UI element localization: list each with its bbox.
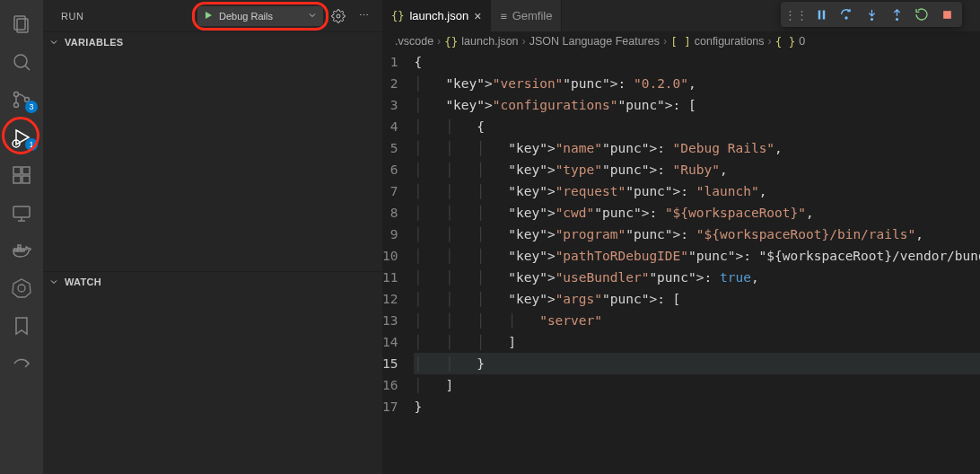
editor-group: {} launch.json × ≡ Gemfile ⋮⋮ .vscode › … [382, 0, 980, 474]
svg-point-21 [18, 285, 25, 292]
svg-point-23 [337, 14, 340, 18]
array-icon: [ ] [670, 35, 691, 48]
search-icon[interactable] [0, 43, 43, 81]
svg-point-30 [896, 18, 897, 20]
svg-rect-13 [13, 206, 30, 217]
scm-badge: 3 [25, 101, 38, 113]
svg-rect-12 [22, 176, 30, 183]
step-into-icon[interactable] [860, 3, 883, 26]
breadcrumb-item[interactable]: .vscode [395, 35, 433, 48]
start-debug-icon[interactable] [203, 10, 214, 22]
run-title: RUN [61, 11, 83, 22]
svg-point-4 [14, 92, 19, 97]
activity-bar: 3 1 [0, 0, 43, 474]
variables-body [43, 52, 382, 271]
svg-point-2 [14, 55, 27, 67]
tab-label: launch.json [409, 9, 468, 22]
chevron-right-icon: › [437, 35, 441, 48]
watch-body [43, 292, 382, 462]
kubernetes-icon[interactable] [0, 269, 43, 307]
grip-icon[interactable]: ⋮⋮ [784, 3, 808, 26]
code-body[interactable]: {│ "key">"version""punc">: "0.2.0",│ "ke… [414, 51, 980, 474]
breadcrumb-item[interactable]: configurations [695, 35, 765, 48]
debug-badge: 1 [25, 138, 38, 151]
chevron-right-icon: › [522, 35, 526, 48]
breadcrumb-item[interactable]: 0 [799, 35, 805, 48]
share-icon[interactable] [0, 345, 43, 382]
pause-icon[interactable] [809, 3, 833, 26]
more-icon[interactable]: ⋯ [354, 6, 373, 26]
explorer-icon[interactable] [0, 5, 43, 43]
object-icon: { } [775, 35, 796, 48]
svg-rect-25 [822, 10, 825, 19]
svg-rect-10 [22, 167, 30, 174]
section-label: VARIABLES [65, 37, 123, 48]
svg-rect-11 [13, 176, 21, 183]
svg-rect-24 [818, 10, 820, 19]
svg-point-28 [871, 18, 872, 20]
debug-toolbar[interactable]: ⋮⋮ [781, 2, 962, 27]
breadcrumb-item[interactable]: launch.json [461, 35, 518, 48]
run-panel: RUN Debug Rails ⋯ VARIABLES WATCH [43, 0, 382, 474]
step-over-icon[interactable] [835, 3, 858, 26]
chevron-down-icon [47, 275, 61, 289]
run-debug-icon[interactable]: 1 [0, 118, 43, 156]
svg-marker-20 [13, 279, 31, 297]
breadcrumbs[interactable]: .vscode › {} launch.json › JSON Language… [382, 31, 980, 51]
chevron-down-icon [47, 35, 61, 49]
tab-launch-json[interactable]: {} launch.json × [382, 0, 491, 31]
step-out-icon[interactable] [885, 3, 908, 26]
svg-point-26 [845, 17, 847, 19]
tab-gemfile[interactable]: ≡ Gemfile [491, 0, 562, 31]
restart-icon[interactable] [910, 3, 933, 26]
variables-section: VARIABLES [43, 31, 382, 271]
watch-section: WATCH [43, 271, 382, 462]
remote-icon[interactable] [0, 194, 43, 232]
source-control-icon[interactable]: 3 [0, 81, 43, 118]
tab-label: Gemfile [512, 9, 553, 22]
close-icon[interactable]: × [474, 9, 481, 23]
chevron-right-icon: › [663, 35, 667, 48]
json-icon: {} [444, 35, 458, 48]
code-editor[interactable]: 1234567891011121314151617 {│ "key">"vers… [382, 51, 980, 474]
json-icon: {} [391, 10, 404, 22]
bookmarks-icon[interactable] [0, 307, 43, 345]
variables-header[interactable]: VARIABLES [43, 32, 382, 52]
chevron-down-icon[interactable] [307, 10, 318, 22]
debug-config-label: Debug Rails [219, 11, 273, 22]
svg-line-3 [25, 66, 30, 70]
watch-header[interactable]: WATCH [43, 272, 382, 292]
svg-rect-19 [18, 245, 21, 248]
extensions-icon[interactable] [0, 156, 43, 194]
svg-marker-22 [206, 12, 212, 19]
svg-rect-31 [943, 11, 951, 19]
chevron-right-icon: › [768, 35, 772, 48]
line-numbers: 1234567891011121314151617 [382, 51, 414, 474]
docker-icon[interactable] [0, 232, 43, 269]
svg-point-5 [14, 103, 19, 108]
debug-config-selector[interactable]: Debug Rails [197, 6, 323, 26]
svg-rect-9 [13, 167, 21, 174]
stop-icon[interactable] [935, 3, 958, 26]
file-icon: ≡ [500, 10, 506, 22]
run-header: RUN Debug Rails ⋯ [43, 0, 382, 31]
section-label: WATCH [65, 276, 101, 287]
gear-icon[interactable] [328, 6, 348, 26]
breadcrumb-item[interactable]: JSON Language Features [529, 35, 660, 48]
